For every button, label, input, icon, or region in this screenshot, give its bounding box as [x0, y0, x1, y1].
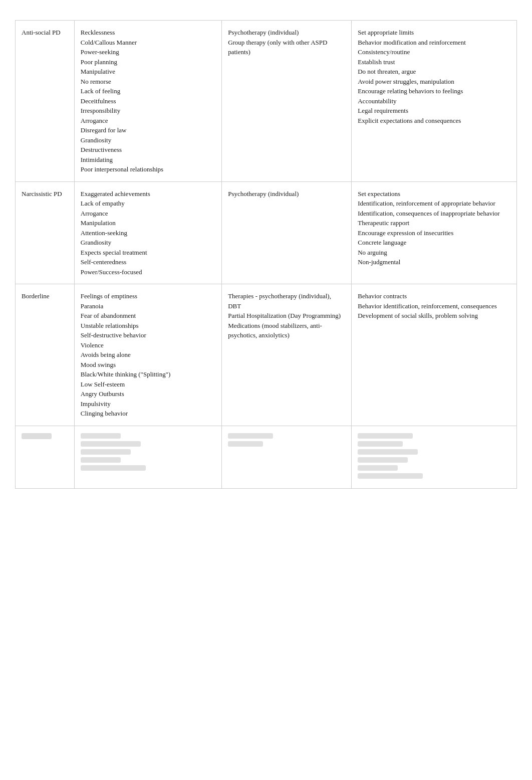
- nursing-cell-blurred: [352, 426, 517, 488]
- nursing-cell: Set appropriate limits Behavior modifica…: [352, 21, 517, 182]
- type-cell: Anti-social PD: [16, 21, 75, 182]
- table-row: Anti-social PDRecklessness Cold/Callous …: [16, 21, 517, 182]
- symptoms-cell: Exaggerated achievements Lack of empathy…: [74, 181, 221, 284]
- nursing-cell: Behavior contracts Behavior identificati…: [352, 284, 517, 426]
- nursing-cell: Set expectations Identification, reinfor…: [352, 181, 517, 284]
- treatment-cell-blurred: [222, 426, 352, 488]
- table-row: [16, 426, 517, 488]
- symptoms-cell-blurred: [74, 426, 221, 488]
- treatment-cell: Psychotherapy (individual): [222, 181, 352, 284]
- symptoms-cell: Recklessness Cold/Callous Manner Power-s…: [74, 21, 221, 182]
- type-cell: Borderline: [16, 284, 75, 426]
- table-row: Narcissistic PDExaggerated achievements …: [16, 181, 517, 284]
- treatment-cell: Psychotherapy (individual) Group therapy…: [222, 21, 352, 182]
- treatment-cell: Therapies - psychotherapy (individual), …: [222, 284, 352, 426]
- type-cell: Narcissistic PD: [16, 181, 75, 284]
- table-row: BorderlineFeelings of emptiness Paranoia…: [16, 284, 517, 426]
- pd-table: Anti-social PDRecklessness Cold/Callous …: [15, 20, 517, 489]
- type-cell-blurred: [16, 426, 75, 488]
- symptoms-cell: Feelings of emptiness Paranoia Fear of a…: [74, 284, 221, 426]
